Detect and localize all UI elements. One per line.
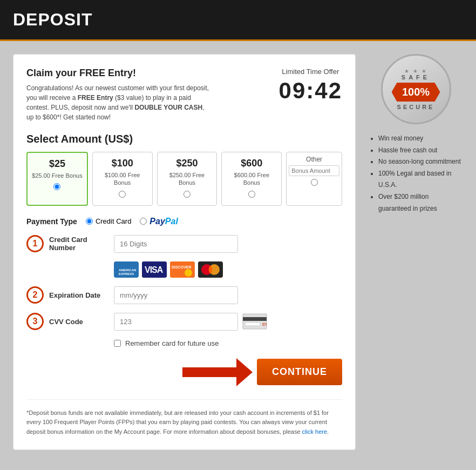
svg-text:AMERICAN: AMERICAN [119,268,136,272]
cvv-row: 3 CVV Code CVV [26,313,342,331]
amount-section: Select Amount (US$) $25 $25.00 Free Bonu… [26,133,342,206]
step-3-circle: 3 [26,313,44,330]
cvv-input[interactable] [114,313,238,331]
bullet-2: Hassle free cash out [378,145,463,157]
bullet-3: No season-long commitment [378,156,463,168]
continue-area: CONTINUE [26,358,342,386]
claim-left: Claim your FREE Entry! Congratulations! … [26,68,268,122]
remember-label: Remember card for future use [125,339,219,347]
svg-rect-12 [243,317,267,321]
countdown-timer: 09:42 [279,78,342,104]
visa-icon: VISA [142,261,167,278]
amount-radio-600[interactable] [226,190,277,200]
amount-option-other: Other [286,152,342,206]
amount-radio-100[interactable] [97,190,148,200]
paypal-radio[interactable] [140,218,147,225]
bullet-1: Win real money [378,133,463,145]
credit-card-radio[interactable] [86,218,93,225]
svg-rect-13 [245,323,260,326]
amount-bonus-100: $100.00 Free Bonus [97,171,148,187]
amount-radio-25[interactable] [32,183,83,192]
payment-type-row: Payment Type Credit Card PayPal [26,217,342,226]
bonus-amount-input[interactable] [289,165,339,176]
disclaimer: *Deposit bonus funds are not available i… [26,399,342,437]
amount-option-100[interactable]: $100 $100.00 Free Bonus [92,152,153,206]
svg-text:DISCOVER: DISCOVER [172,265,192,269]
badge-circle: ★ ★ ★ SAFE 100% SECURE [381,54,451,124]
right-bullets-list: Win real money Hassle free cash out No s… [369,133,463,214]
click-here-link[interactable]: click here [302,428,327,435]
badge-stars: ★ ★ ★ [404,68,427,74]
arrow-head [236,358,253,386]
claim-title: Claim your FREE Entry! [26,68,268,79]
amount-value-250: $250 [162,158,213,169]
svg-text:EXPRESS: EXPRESS [119,272,134,276]
amount-bonus-250: $250.00 Free Bonus [162,171,213,187]
cvv-label: CVV Code [49,318,114,326]
expiration-row: 2 Expiration Date [26,286,342,304]
paypal-option[interactable]: PayPal [140,217,178,226]
arrow-body [182,367,236,377]
amount-value-100: $100 [97,158,148,169]
cvv-card-icon: CVV [242,313,267,330]
credit-card-row: 1 Credit Card Number [26,235,342,253]
badge-safe-text: SAFE [402,74,430,80]
paypal-label: PayPal [149,217,178,226]
amount-title: Select Amount (US$) [26,133,342,145]
bullet-5: Over $200 million guaranteed in prizes [378,191,463,214]
amount-options: $25 $25.00 Free Bonus $100 $100.00 Free … [26,152,342,206]
header: DEPOSIT [0,0,476,41]
amount-option-25[interactable]: $25 $25.00 Free Bonus [26,152,88,206]
amount-option-600[interactable]: $600 $600.00 Free Bonus [221,152,282,206]
deposit-form-panel: Claim your FREE Entry! Congratulations! … [13,54,356,450]
amount-option-250[interactable]: $250 $250.00 Free Bonus [157,152,217,206]
continue-button[interactable]: CONTINUE [257,359,342,385]
expiration-input[interactable] [114,286,238,304]
svg-text:VISA: VISA [145,265,164,274]
amount-value-25: $25 [32,158,83,170]
other-label: Other [289,156,339,163]
discover-icon: DISCOVER [170,261,195,278]
amount-radio-other[interactable] [289,178,339,188]
credit-card-option[interactable]: Credit Card [86,217,131,225]
amex-icon: AMERICAN EXPRESS [114,261,139,278]
countdown-area: Limited Time Offer 09:42 [279,68,342,104]
security-badge: ★ ★ ★ SAFE 100% SECURE [381,54,451,124]
amount-value-600: $600 [226,158,277,169]
credit-card-label: Credit Card [96,217,131,225]
badge-ribbon: 100% [392,83,440,102]
arrow-container [182,358,253,386]
page-title: DEPOSIT [13,10,92,29]
expiration-label: Expiration Date [49,291,114,299]
remember-checkbox[interactable] [114,340,121,347]
credit-card-input[interactable] [114,235,238,253]
bullet-4: 100% Legal and based in U.S.A. [378,168,463,191]
step-1-circle: 1 [26,235,44,252]
amount-radio-250[interactable] [162,190,213,200]
amount-bonus-25: $25.00 Free Bonus [32,172,83,179]
disclaimer-text: *Deposit bonus funds are not available i… [26,409,329,435]
payment-type-label: Payment Type [26,217,77,226]
remember-row: Remember card for future use [114,339,342,347]
card-icons-row: AMERICAN EXPRESS VISA DISCOVER [114,261,342,278]
right-panel: ★ ★ ★ SAFE 100% SECURE Win real money Ha… [369,54,463,450]
limited-time-label: Limited Time Offer [279,68,342,76]
mastercard-icon [198,261,223,278]
step-2-circle: 2 [26,286,44,304]
claim-description: Congratulations! As our newest customer … [26,83,210,122]
badge-secure-text: SECURE [397,104,435,110]
credit-card-label-text: Credit Card Number [49,236,114,252]
svg-text:CVV: CVV [262,322,267,327]
amount-bonus-600: $600.00 Free Bonus [226,171,277,187]
disclaimer-text-end: . [327,428,329,435]
claim-section: Claim your FREE Entry! Congratulations! … [26,68,342,122]
svg-point-7 [185,269,192,277]
